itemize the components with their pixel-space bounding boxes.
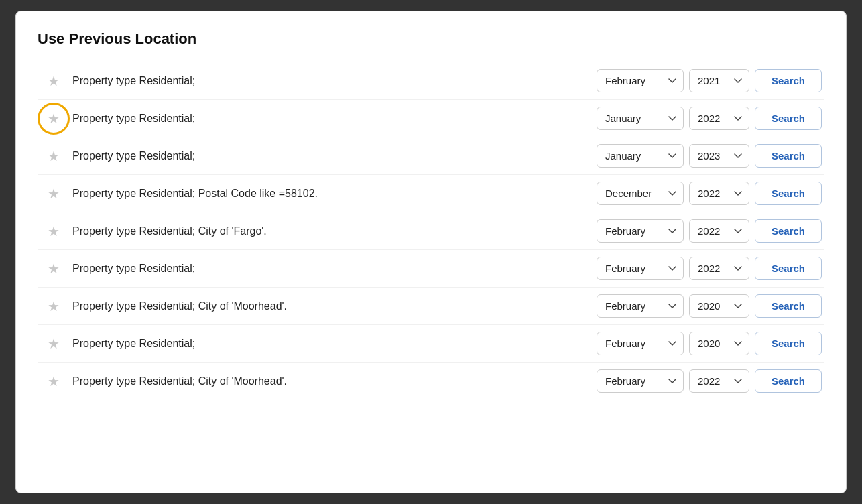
row-label: Property type Residential; [67,113,597,125]
month-select[interactable]: JanuaryFebruaryMarchAprilMayJuneJulyAugu… [597,257,684,280]
search-button[interactable]: Search [755,294,822,318]
star-wrapper: ★ [40,223,67,239]
list-item: ★Property type Residential; City of 'Far… [38,212,824,250]
row-controls: JanuaryFebruaryMarchAprilMayJuneJulyAugu… [597,69,822,92]
year-select[interactable]: 2018201920202021202220232024 [689,182,749,205]
year-select[interactable]: 2018201920202021202220232024 [689,219,749,243]
row-label: Property type Residential; [67,75,597,87]
location-list: ★Property type Residential;JanuaryFebrua… [38,62,824,400]
star-wrapper: ★ [40,261,67,277]
star-button[interactable]: ★ [46,148,61,164]
star-wrapper: ★ [40,148,67,164]
star-button[interactable]: ★ [46,298,61,314]
year-select[interactable]: 2018201920202021202220232024 [689,369,749,393]
row-controls: JanuaryFebruaryMarchAprilMayJuneJulyAugu… [597,294,822,318]
search-button[interactable]: Search [755,257,822,280]
month-select[interactable]: JanuaryFebruaryMarchAprilMayJuneJulyAugu… [597,182,684,205]
search-button[interactable]: Search [755,369,822,393]
row-controls: JanuaryFebruaryMarchAprilMayJuneJulyAugu… [597,369,822,393]
row-controls: JanuaryFebruaryMarchAprilMayJuneJulyAugu… [597,107,822,130]
month-select[interactable]: JanuaryFebruaryMarchAprilMayJuneJulyAugu… [597,107,684,130]
star-wrapper: ★ [40,373,67,389]
row-label: Property type Residential; Postal Code l… [67,188,597,200]
row-controls: JanuaryFebruaryMarchAprilMayJuneJulyAugu… [597,182,822,205]
row-label: Property type Residential; City of 'Moor… [67,375,597,387]
star-button[interactable]: ★ [46,186,61,202]
main-card: Use Previous Location ★Property type Res… [15,11,847,493]
row-controls: JanuaryFebruaryMarchAprilMayJuneJulyAugu… [597,257,822,280]
month-select[interactable]: JanuaryFebruaryMarchAprilMayJuneJulyAugu… [597,294,684,318]
search-button[interactable]: Search [755,107,822,130]
list-item: ★Property type Residential;JanuaryFebrua… [38,325,824,363]
month-select[interactable]: JanuaryFebruaryMarchAprilMayJuneJulyAugu… [597,219,684,243]
month-select[interactable]: JanuaryFebruaryMarchAprilMayJuneJulyAugu… [597,332,684,355]
year-select[interactable]: 2018201920202021202220232024 [689,332,749,355]
month-select[interactable]: JanuaryFebruaryMarchAprilMayJuneJulyAugu… [597,69,684,92]
star-button[interactable]: ★ [46,336,61,352]
row-label: Property type Residential; [67,263,597,275]
month-select[interactable]: JanuaryFebruaryMarchAprilMayJuneJulyAugu… [597,369,684,393]
row-controls: JanuaryFebruaryMarchAprilMayJuneJulyAugu… [597,332,822,355]
search-button[interactable]: Search [755,219,822,243]
row-label: Property type Residential; [67,150,597,162]
star-button[interactable]: ★ [46,261,61,277]
search-button[interactable]: Search [755,69,822,92]
year-select[interactable]: 2018201920202021202220232024 [689,294,749,318]
list-item: ★Property type Residential; City of 'Moo… [38,363,824,400]
star-wrapper: ★ [40,298,67,314]
star-wrapper: ★ [40,73,67,89]
star-button[interactable]: ★ [46,73,61,89]
row-label: Property type Residential; [67,338,597,350]
search-button[interactable]: Search [755,182,822,205]
row-label: Property type Residential; City of 'Moor… [67,300,597,312]
year-select[interactable]: 2018201920202021202220232024 [689,257,749,280]
list-item: ★Property type Residential;JanuaryFebrua… [38,250,824,288]
star-button[interactable]: ★ [46,111,61,127]
star-wrapper: ★ [40,111,67,127]
row-label: Property type Residential; City of 'Farg… [67,225,597,237]
search-button[interactable]: Search [755,144,822,168]
year-select[interactable]: 2018201920202021202220232024 [689,107,749,130]
year-select[interactable]: 2018201920202021202220232024 [689,69,749,92]
star-wrapper: ★ [40,336,67,352]
page-title: Use Previous Location [38,30,824,48]
row-controls: JanuaryFebruaryMarchAprilMayJuneJulyAugu… [597,144,822,168]
year-select[interactable]: 2018201920202021202220232024 [689,144,749,168]
star-button[interactable]: ★ [46,223,61,239]
month-select[interactable]: JanuaryFebruaryMarchAprilMayJuneJulyAugu… [597,144,684,168]
list-item: ★Property type Residential; Postal Code … [38,175,824,212]
search-button[interactable]: Search [755,332,822,355]
list-item: ★Property type Residential;JanuaryFebrua… [38,62,824,100]
star-wrapper: ★ [40,186,67,202]
list-item: ★Property type Residential;JanuaryFebrua… [38,137,824,175]
row-controls: JanuaryFebruaryMarchAprilMayJuneJulyAugu… [597,219,822,243]
list-item: ★Property type Residential;JanuaryFebrua… [38,100,824,137]
star-button[interactable]: ★ [46,373,61,389]
list-item: ★Property type Residential; City of 'Moo… [38,288,824,325]
